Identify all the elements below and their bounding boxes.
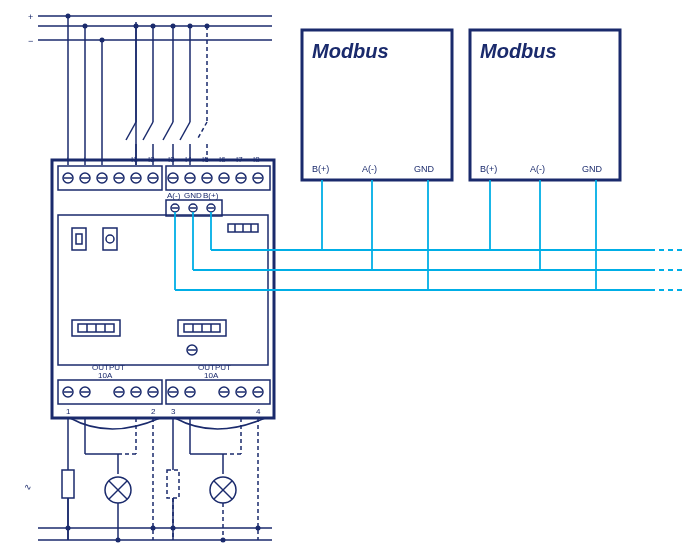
svg-text:+: + (65, 155, 70, 164)
modbus-node-2: Modbus B(+) A(-) GND (470, 30, 620, 180)
svg-text:3: 3 (171, 407, 176, 416)
modbus-bus (175, 180, 686, 290)
wiring-diagram: + − (0, 0, 686, 553)
svg-point-11 (66, 14, 71, 19)
svg-text:A(-): A(-) (530, 164, 545, 174)
svg-line-19 (126, 122, 136, 140)
svg-rect-137 (62, 470, 74, 498)
svg-point-156 (256, 526, 261, 531)
svg-rect-79 (103, 228, 117, 250)
minus-label: − (28, 36, 33, 46)
svg-text:-: - (100, 155, 103, 164)
svg-point-15 (151, 24, 156, 29)
svg-point-16 (171, 24, 176, 29)
svg-text:I8: I8 (253, 155, 260, 164)
svg-point-17 (188, 24, 193, 29)
din-device: + + - - I1 I2 I3 I4 I5 I6 I7 I8 A(-) GND… (52, 155, 274, 429)
svg-point-151 (66, 526, 71, 531)
svg-text:4: 4 (256, 407, 261, 416)
bus-screws (171, 204, 215, 212)
output-wiring: ∿ (24, 418, 272, 543)
svg-rect-77 (72, 228, 86, 250)
svg-text:I1: I1 (131, 155, 138, 164)
modbus-title-1: Modbus (312, 40, 389, 62)
svg-point-12 (83, 24, 88, 29)
modbus-title-2: Modbus (480, 40, 557, 62)
top-screws (63, 173, 263, 183)
svg-line-24 (163, 122, 173, 140)
input-switches (126, 22, 207, 165)
svg-text:I5: I5 (202, 155, 209, 164)
bus-label-b: B(+) (203, 191, 219, 200)
modbus-node-1: Modbus B(+) A(-) GND (302, 30, 452, 180)
svg-text:GND: GND (414, 164, 435, 174)
svg-text:I7: I7 (236, 155, 243, 164)
svg-point-154 (171, 526, 176, 531)
svg-line-28 (197, 122, 207, 140)
plus-label: + (28, 12, 33, 22)
svg-point-152 (116, 538, 121, 543)
svg-point-155 (221, 538, 226, 543)
svg-text:I3: I3 (168, 155, 175, 164)
svg-line-22 (143, 122, 153, 140)
lamp-icon (105, 477, 131, 540)
output-left-rating: 10A (98, 371, 113, 380)
svg-text:2: 2 (151, 407, 156, 416)
ac-symbol-icon: ∿ (24, 482, 32, 492)
svg-text:I6: I6 (219, 155, 226, 164)
svg-line-26 (180, 122, 190, 140)
svg-text:GND: GND (582, 164, 603, 174)
svg-point-18 (205, 24, 210, 29)
svg-point-13 (100, 38, 105, 43)
svg-text:-: - (117, 155, 120, 164)
output-right-rating: 10A (204, 371, 219, 380)
svg-text:B(+): B(+) (480, 164, 497, 174)
bus-label-a: A(-) (167, 191, 181, 200)
svg-text:1: 1 (66, 407, 71, 416)
bus-label-gnd: GND (184, 191, 202, 200)
lamp-icon (210, 477, 236, 540)
svg-text:+: + (82, 155, 87, 164)
bottom-screws (63, 387, 263, 397)
svg-text:B(+): B(+) (312, 164, 329, 174)
svg-point-153 (151, 526, 156, 531)
svg-text:A(-): A(-) (362, 164, 377, 174)
svg-text:I4: I4 (185, 155, 192, 164)
svg-text:I2: I2 (148, 155, 155, 164)
svg-rect-138 (167, 470, 179, 498)
power-rails: + − (28, 12, 272, 165)
